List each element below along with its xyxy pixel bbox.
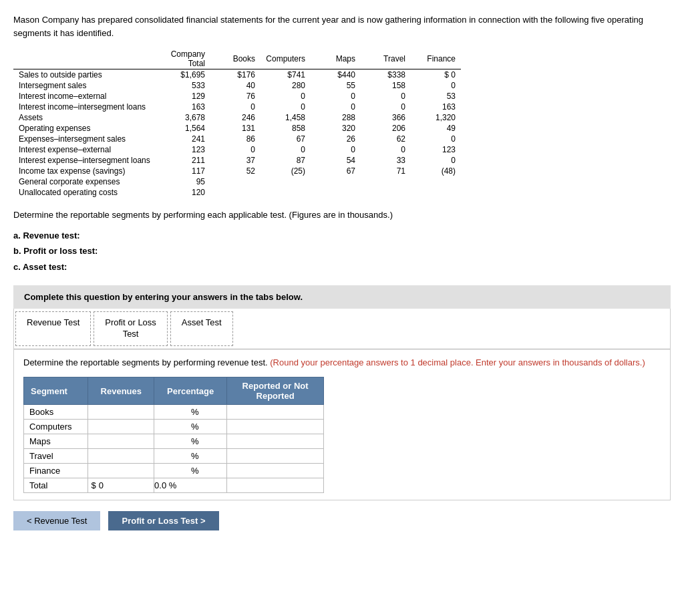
percentage-cell-books[interactable]: % [154,405,227,420]
answer-col-percentage: Percentage [154,377,227,405]
revenues-cell-maps[interactable] [88,434,154,449]
pct-suffix: % [191,436,202,446]
financial-cell-travel: $338 [361,69,411,81]
financial-cell-label: Assets [13,112,160,123]
percentage-cell-travel[interactable]: % [154,449,227,464]
revenues-input-books[interactable] [88,405,142,419]
financial-cell-maps [311,176,361,187]
prev-button[interactable]: < Revenue Test [13,511,100,530]
financial-cell-maps: 320 [311,123,361,134]
tab-revenue-test[interactable]: Revenue Test [15,311,91,346]
financial-cell-maps: $440 [311,69,361,81]
reported-cell-finance[interactable] [227,464,324,478]
col-header-computers: Computers [261,49,311,69]
percentage-cell-computers[interactable]: % [154,420,227,434]
financial-cell-books: 246 [210,112,261,123]
reported-cell-maps[interactable] [227,434,324,449]
financial-cell-finance: (48) [411,166,461,176]
tab-instruction-main: Determine the reportable segments by per… [23,357,268,367]
financial-cell-maps: 0 [311,144,361,155]
revenues-input-finance[interactable] [88,464,142,478]
financial-cell-travel: 206 [361,123,411,134]
reported-cell-books[interactable] [227,405,324,420]
percentage-cell-finance[interactable]: % [154,464,227,478]
financial-cell-maps: 67 [311,166,361,176]
financial-cell-computers: 0 [261,102,311,112]
financial-cell-label: Unallocated operating costs [13,187,160,198]
financial-cell-label: Interest expense–external [13,144,160,155]
intro-text: Mason Company has prepared consolidated … [13,13,671,39]
financial-cell-company: 123 [160,144,210,155]
reported-input-finance[interactable] [227,464,307,478]
percentage-input-books[interactable] [154,405,191,419]
financial-cell-travel: 33 [361,155,411,166]
percentage-input-finance[interactable] [154,464,191,478]
financial-cell-books [210,187,261,198]
total-reported-cell [227,478,324,493]
revenues-cell-travel[interactable] [88,449,154,464]
reported-cell-travel[interactable] [227,449,324,464]
financial-row: Assets3,6782461,4582883661,320 [13,112,461,123]
financial-cell-label: Operating expenses [13,123,160,134]
financial-cell-computers: $741 [261,69,311,81]
financial-cell-books: 0 [210,102,261,112]
reported-input-books[interactable] [227,405,307,419]
reported-cell-computers[interactable] [227,420,324,434]
reported-input-computers[interactable] [227,420,307,434]
financial-row: Sales to outside parties$1,695$176$741$4… [13,69,461,81]
financial-cell-travel: 71 [361,166,411,176]
pct-suffix: % [191,466,202,476]
tab-content-revenue: Determine the reportable segments by per… [14,349,670,500]
revenues-cell-computers[interactable] [88,420,154,434]
financial-row: Interest expense–intersegment loans21137… [13,155,461,166]
financial-cell-maps [311,187,361,198]
financial-cell-books: 76 [210,91,261,102]
revenues-input-computers[interactable] [88,420,142,434]
percentage-input-maps[interactable] [154,434,191,448]
financial-cell-travel: 62 [361,134,411,144]
total-revenues-input[interactable] [96,478,133,492]
col-header-company: CompanyTotal [160,49,210,69]
financial-cell-label: Expenses–intersegment sales [13,134,160,144]
determine-text: Determine the reportable segments by per… [13,210,671,220]
tab-profit-loss-test[interactable]: Profit or LossTest [94,311,168,346]
financial-cell-travel [361,187,411,198]
pct-suffix: % [191,407,202,417]
test-labels-section: a. Revenue test: b. Profit or loss test:… [13,228,671,275]
test-label-a: a. Revenue test: [13,228,671,243]
percentage-input-computers[interactable] [154,420,191,434]
reported-input-maps[interactable] [227,434,307,448]
revenues-cell-finance[interactable] [88,464,154,478]
percentage-cell-maps[interactable]: % [154,434,227,449]
next-button[interactable]: Profit or Loss Test > [108,511,218,530]
answer-row: Finance% [24,464,324,478]
answer-segment-books: Books [24,405,88,420]
financial-cell-finance [411,176,461,187]
reported-input-travel[interactable] [227,449,307,463]
revenues-cell-books[interactable] [88,405,154,420]
answer-table: Segment Revenues Percentage Reported or … [23,377,324,493]
tab-instruction-red: (Round your percentage answers to 1 deci… [270,357,645,367]
financial-cell-books: $176 [210,69,261,81]
financial-cell-company: $1,695 [160,69,210,81]
tab-asset-test[interactable]: Asset Test [170,311,233,346]
percentage-input-travel[interactable] [154,449,191,463]
answer-total-row: Total$0.0 % [24,478,324,493]
financial-cell-computers: 1,458 [261,112,311,123]
revenues-input-travel[interactable] [88,449,142,463]
financial-cell-finance: 53 [411,91,461,102]
pct-suffix: % [191,422,202,432]
answer-col-segment: Segment [24,377,88,405]
dollar-prefix: $ [88,480,96,490]
total-revenues-cell[interactable]: $ [88,478,154,493]
test-label-c: c. Asset test: [13,259,671,275]
revenues-input-maps[interactable] [88,434,142,448]
financial-table-section: CompanyTotal Books Computers Maps Travel… [13,49,671,198]
financial-cell-books: 131 [210,123,261,134]
financial-row: Interest income–intersegment loans163000… [13,102,461,112]
answer-segment-computers: Computers [24,420,88,434]
financial-cell-company: 3,678 [160,112,210,123]
financial-cell-books [210,176,261,187]
answer-row: Computers% [24,420,324,434]
financial-cell-finance: 163 [411,102,461,112]
